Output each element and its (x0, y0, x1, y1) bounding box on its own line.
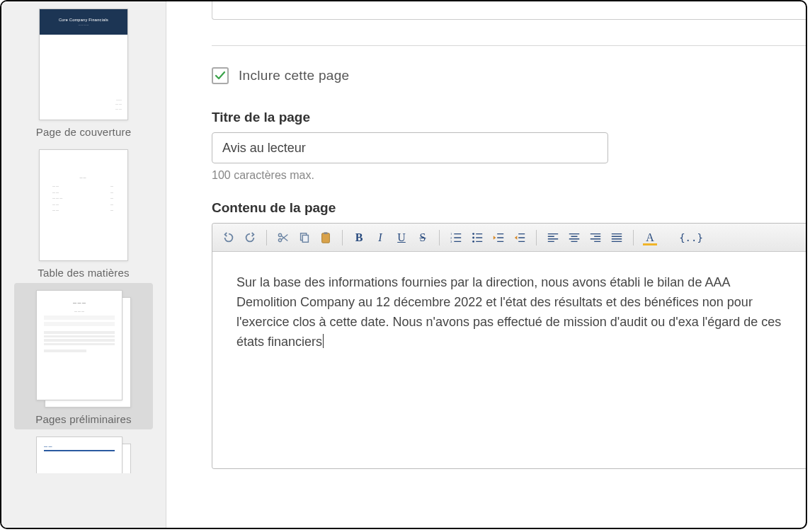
paste-button[interactable] (316, 229, 335, 246)
strikethrough-button[interactable]: S (413, 229, 432, 246)
unordered-list-button[interactable] (468, 229, 486, 246)
svg-rect-7 (324, 232, 327, 234)
svg-point-15 (472, 236, 474, 238)
editor-textarea[interactable]: Sur la base des informations fournies pa… (212, 252, 806, 468)
redo-button[interactable] (241, 229, 259, 246)
thumbnail-cover-page[interactable]: Core Company Financials — — — — ——— —— —… (14, 1, 153, 142)
outdent-icon (492, 231, 505, 244)
cut-button[interactable] (274, 229, 292, 246)
toolbar-separator (342, 230, 343, 245)
outdent-button[interactable] (489, 229, 508, 246)
align-center-icon (568, 231, 581, 244)
include-page-label: Inclure cette page (239, 68, 349, 83)
toolbar-separator (439, 230, 440, 245)
indent-button[interactable] (510, 229, 529, 246)
include-page-checkbox[interactable] (212, 67, 229, 84)
app-frame: Core Company Financials — — — — ——— —— —… (0, 0, 807, 529)
toc-thumb-image: — — — —— — —— — — —— — —— — —— (39, 149, 128, 261)
copy-button[interactable] (295, 229, 314, 246)
toolbar-separator (536, 230, 537, 245)
toolbar-separator (633, 230, 634, 245)
underline-button[interactable]: U (392, 229, 411, 246)
thumbnail-label: Table des matières (38, 267, 130, 279)
undo-button[interactable] (219, 229, 238, 246)
editor-content-text: Sur la base des informations fournies pa… (236, 275, 781, 349)
ordered-list-button[interactable]: 123 (447, 229, 465, 246)
thumbnail-toc[interactable]: — — — —— — —— — — —— — —— — —— Table des… (14, 142, 153, 283)
scissors-icon (277, 231, 290, 244)
thumbnail-label: Page de couverture (36, 126, 132, 138)
thumbnail-preliminary-pages[interactable]: — — — — — — Pages préliminaires (14, 283, 153, 429)
editor-toolbar: B I U S 123 (212, 224, 806, 252)
upper-section-box (212, 1, 806, 20)
align-justify-icon (610, 231, 623, 244)
page-content-label: Contenu de la page (212, 200, 806, 216)
thumbnail-label: Pages préliminaires (35, 413, 132, 425)
bold-button[interactable]: B (350, 229, 368, 246)
page-title-helper: 100 caractères max. (212, 169, 806, 182)
clipboard-icon (319, 231, 332, 244)
stacked-thumb-partial: — — (36, 436, 131, 473)
svg-point-14 (472, 233, 474, 235)
svg-text:1: 1 (450, 232, 452, 236)
toolbar-separator (266, 230, 267, 245)
svg-rect-6 (322, 233, 330, 243)
align-center-button[interactable] (565, 229, 583, 246)
redo-icon (244, 231, 256, 244)
italic-button[interactable]: I (371, 229, 389, 246)
align-right-button[interactable] (586, 229, 605, 246)
svg-text:3: 3 (450, 240, 452, 243)
include-page-row: Inclure cette page (212, 67, 806, 84)
align-justify-button[interactable] (608, 229, 626, 246)
ordered-list-icon: 123 (450, 231, 462, 244)
thumbnail-next[interactable]: — — (14, 429, 153, 473)
check-icon (215, 70, 226, 81)
cover-thumb-image: Core Company Financials — — — — ——— —— — (39, 8, 128, 120)
rich-text-editor: B I U S 123 (212, 223, 806, 469)
unordered-list-icon (471, 231, 484, 244)
copy-icon (298, 231, 311, 244)
stacked-thumb: — — — — — — (36, 290, 131, 407)
page-title-label: Titre de la page (212, 110, 806, 125)
indent-icon (513, 231, 526, 244)
undo-icon (222, 231, 235, 244)
align-right-icon (589, 231, 602, 244)
align-left-button[interactable] (544, 229, 562, 246)
text-color-button[interactable]: A (641, 229, 659, 246)
text-cursor (323, 334, 324, 348)
svg-text:2: 2 (450, 236, 452, 239)
align-left-icon (547, 231, 559, 244)
svg-rect-5 (302, 235, 308, 242)
page-title-input[interactable] (212, 132, 608, 163)
svg-point-16 (472, 240, 474, 242)
page-thumbnails-sidebar: Core Company Financials — — — — ——— —— —… (1, 1, 166, 528)
section-divider (212, 45, 806, 46)
main-editor-area: Inclure cette page Titre de la page 100 … (166, 1, 806, 528)
insert-placeholder-button[interactable]: {..} (682, 229, 700, 246)
